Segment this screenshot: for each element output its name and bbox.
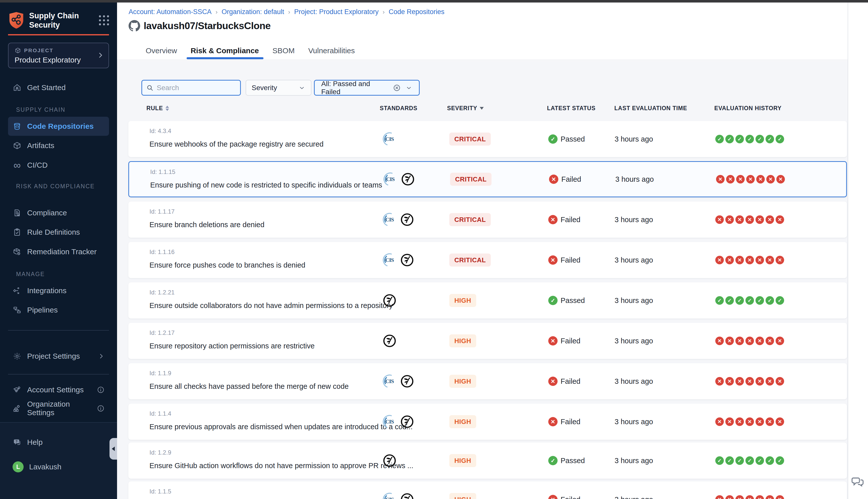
- sidebar-item-organization-settings[interactable]: Organization Settings: [8, 400, 109, 417]
- infinity-icon: ∞: [13, 161, 22, 170]
- rule-id: Id: 1.2.9: [149, 449, 171, 456]
- sidebar-item-user[interactable]: L Lavakush: [8, 459, 109, 475]
- project-label-row: PROJECT: [14, 47, 104, 54]
- sidebar-item-get-started[interactable]: Get Started: [8, 79, 109, 96]
- scrollbar-gutter[interactable]: [848, 2, 868, 499]
- breadcrumb-account[interactable]: Account: Automation-SSCA: [129, 8, 212, 16]
- history-pass-icon: [775, 456, 784, 465]
- tab-overview[interactable]: Overview: [145, 42, 178, 60]
- brand-accent-divider: [8, 34, 109, 35]
- history-fail-icon: [775, 256, 784, 264]
- breadcrumb-organization[interactable]: Organization: default: [221, 8, 284, 16]
- repo-title-row: lavakush07/StarbucksClone: [129, 20, 271, 32]
- sidebar-item-integrations[interactable]: Integrations: [8, 282, 109, 299]
- evaluation-history: [715, 417, 784, 426]
- last-evaluation-time: 3 hours ago: [615, 135, 653, 143]
- rule-row[interactable]: Id: 1.1.4 Ensure previous approvals are …: [128, 404, 847, 440]
- history-fail-icon: [756, 256, 764, 264]
- sidebar-item-code-repositories[interactable]: Code Repositories: [8, 117, 109, 136]
- app-window: Supply Chain Security PROJECT Product Ex…: [0, 0, 868, 499]
- rule-row[interactable]: Id: 1.2.21 Ensure outside collaborators …: [128, 282, 847, 318]
- rule-row-selected[interactable]: Id: 1.1.15 Ensure pushing of new code is…: [128, 161, 847, 197]
- tab-sbom[interactable]: SBOM: [272, 42, 296, 60]
- history-fail-icon: [745, 337, 754, 345]
- sidebar-collapse-handle[interactable]: [109, 438, 117, 460]
- history-fail-icon: [745, 495, 754, 499]
- severity-badge: HIGH: [449, 493, 476, 499]
- box-wrench-icon: [13, 247, 22, 256]
- clear-filter-icon[interactable]: [393, 84, 401, 92]
- breadcrumb-separator: ›: [216, 9, 217, 15]
- pipelines-icon: [13, 305, 22, 315]
- column-header-severity[interactable]: SEVERITY: [447, 105, 484, 112]
- sidebar-item-label: Integrations: [27, 287, 67, 295]
- rule-id: Id: 1.1.4: [149, 410, 171, 417]
- sidebar-item-artifacts[interactable]: Artifacts: [8, 137, 109, 154]
- history-fail-icon: [715, 377, 724, 386]
- history-pass-icon: [765, 296, 774, 305]
- history-fail-icon: [765, 417, 774, 426]
- history-pass-icon: [745, 135, 754, 143]
- info-icon[interactable]: [97, 405, 105, 412]
- history-fail-icon: [735, 215, 744, 224]
- cis-standard-icon: CIS: [384, 172, 397, 186]
- history-pass-icon: [775, 135, 784, 143]
- sidebar-item-remediation-tracker[interactable]: Remediation Tracker: [8, 243, 109, 260]
- history-fail-icon: [715, 337, 724, 345]
- history-fail-icon: [716, 175, 725, 183]
- rule-row[interactable]: Id: 1.2.9 Ensure GitHub action workflows…: [128, 442, 847, 479]
- column-header-rule[interactable]: RULE: [146, 105, 169, 112]
- openssf-standard-icon: [400, 493, 414, 499]
- status-filter-dropdown[interactable]: All: Passed and Failed: [314, 80, 420, 96]
- rule-row[interactable]: Id: 4.3.4 Ensure webhooks of the package…: [128, 121, 847, 157]
- rule-row[interactable]: Id: 1.1.5 CIS HIGH Failed 3 hours ago: [128, 482, 847, 499]
- sort-descending-icon: [480, 107, 484, 110]
- latest-status: Failed: [549, 175, 581, 184]
- app-switcher-grid-icon[interactable]: [99, 15, 109, 25]
- chat-support-icon[interactable]: [851, 475, 865, 488]
- standards-cell: CIS: [383, 121, 396, 157]
- standards-cell: CIS: [383, 482, 414, 499]
- openssf-standard-icon: [400, 253, 414, 267]
- history-pass-icon: [756, 296, 764, 305]
- history-fail-icon: [766, 175, 775, 183]
- history-fail-icon: [725, 377, 734, 386]
- rule-row[interactable]: Id: 1.1.9 Ensure all checks have passed …: [128, 363, 847, 399]
- user-avatar: L: [13, 461, 24, 472]
- breadcrumb-code-repositories[interactable]: Code Repositories: [389, 8, 445, 16]
- sidebar-item-help[interactable]: ? Help: [8, 434, 109, 451]
- sidebar-item-label: Get Started: [27, 83, 65, 92]
- standards-cell: [383, 323, 396, 359]
- sidebar-item-account-settings[interactable]: Account Settings: [8, 381, 109, 398]
- evaluation-history: [715, 495, 784, 499]
- sidebar-item-project-settings[interactable]: Project Settings: [8, 348, 109, 364]
- history-fail-icon: [765, 337, 774, 345]
- severity-filter-dropdown[interactable]: Severity: [246, 80, 311, 96]
- history-fail-icon: [765, 215, 774, 224]
- project-selector-card[interactable]: PROJECT Product Exploratory: [8, 43, 109, 68]
- search-input[interactable]: [157, 84, 232, 92]
- sidebar-item-rule-definitions[interactable]: Rule Definitions: [8, 224, 109, 241]
- tab-vulnerabilities[interactable]: Vulnerabilities: [307, 42, 356, 60]
- sort-icon[interactable]: [166, 106, 169, 111]
- rule-row[interactable]: Id: 1.2.17 Ensure repository action perm…: [128, 323, 847, 359]
- layers-gear-icon: [13, 385, 22, 394]
- history-fail-icon: [775, 495, 784, 499]
- severity-badge: HIGH: [449, 375, 476, 388]
- rule-row[interactable]: Id: 1.1.17 Ensure branch deletions are d…: [128, 202, 847, 238]
- evaluation-history: [715, 135, 784, 143]
- sidebar-item-compliance[interactable]: Compliance: [8, 205, 109, 221]
- info-icon[interactable]: [97, 386, 105, 393]
- history-fail-icon: [775, 417, 784, 426]
- sidebar-item-cicd[interactable]: ∞ CI/CD: [8, 157, 109, 173]
- standards-cell: CIS: [383, 404, 414, 440]
- status-pass-icon: [548, 456, 557, 465]
- sidebar-divider: [8, 374, 109, 375]
- sidebar-item-pipelines[interactable]: Pipelines: [8, 302, 109, 318]
- rule-row[interactable]: Id: 1.1.16 Ensure force pushes code to b…: [128, 242, 847, 278]
- breadcrumb-project[interactable]: Project: Product Exploratory: [294, 8, 378, 16]
- openssf-standard-icon: [401, 172, 415, 186]
- rule-id: Id: 1.1.16: [149, 248, 174, 256]
- history-fail-icon: [715, 417, 724, 426]
- tab-risk-and-compliance[interactable]: Risk & Compliance: [190, 42, 260, 60]
